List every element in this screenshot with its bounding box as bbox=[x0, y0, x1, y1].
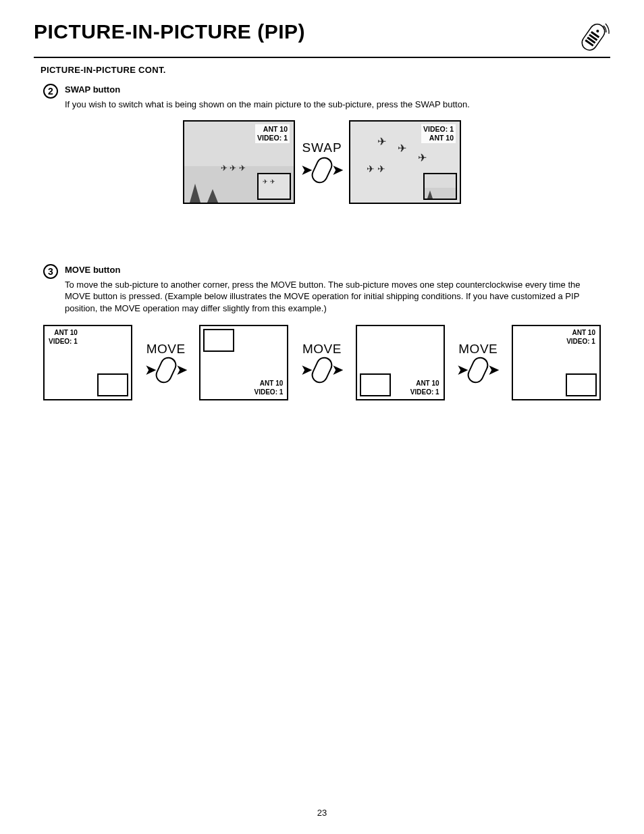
tv-after-swap: VIDEO: 1 ANT 10 ✈ ✈ ✈ ✈ ✈ bbox=[349, 120, 461, 204]
move-body-text: To move the sub-picture to another corne… bbox=[65, 279, 601, 315]
move-label-3: MOVE bbox=[458, 342, 498, 357]
title-rule bbox=[34, 57, 610, 58]
pip-move-2 bbox=[203, 329, 234, 352]
osd-move-3: ANT 10 VIDEO: 1 bbox=[410, 380, 439, 396]
move-label-2: MOVE bbox=[302, 342, 342, 357]
arrow-right-icon: ➤ bbox=[331, 163, 344, 178]
step-number-3: 3 bbox=[43, 264, 58, 279]
osd-left-line2: VIDEO: 1 bbox=[257, 134, 288, 142]
osd-move-2: ANT 10 VIDEO: 1 bbox=[254, 380, 284, 396]
arrow-right-icon: ➤ bbox=[487, 363, 500, 377]
swap-button-heading: SWAP button bbox=[65, 84, 120, 95]
swap-body-text: If you wish to switch what is being show… bbox=[65, 99, 601, 111]
move-tv-1: ANT 10 VIDEO: 1 bbox=[43, 325, 132, 400]
pip-right bbox=[423, 173, 457, 200]
swap-label: SWAP bbox=[302, 140, 342, 155]
move-tv-4: ANT 10 VIDEO: 1 bbox=[512, 325, 601, 400]
arrow-right-icon: ➤ bbox=[176, 363, 188, 377]
pip-move-3 bbox=[360, 373, 391, 396]
move-tv-2: ANT 10 VIDEO: 1 bbox=[199, 325, 288, 400]
osd-move-4: ANT 10 VIDEO: 1 bbox=[566, 329, 595, 346]
tv-before-swap: ANT 10 VIDEO: 1 ✈ ✈ ✈ ✈ ✈ bbox=[183, 120, 295, 204]
osd-right-line1: VIDEO: 1 bbox=[423, 125, 454, 133]
page-number: 23 bbox=[0, 808, 644, 818]
osd-left-line1: ANT 10 bbox=[263, 125, 288, 133]
arrow-right-icon: ➤ bbox=[144, 363, 157, 377]
move-diagram: ANT 10 VIDEO: 1 MOVE ➤ ➤ ANT 10 VIDEO: 1… bbox=[43, 325, 601, 400]
section-cont-subhead: PICTURE-IN-PICTURE CONT. bbox=[41, 65, 610, 75]
move-button-heading: MOVE button bbox=[65, 265, 120, 275]
pip-left: ✈ ✈ bbox=[257, 173, 291, 200]
page-title: PICTURE-IN-PICTURE (PIP) bbox=[34, 20, 305, 43]
step-number-2: 2 bbox=[43, 84, 58, 99]
pip-move-4 bbox=[566, 373, 597, 396]
osd-move-1: ANT 10 VIDEO: 1 bbox=[49, 329, 78, 346]
move-label-1: MOVE bbox=[146, 342, 186, 357]
arrow-right-icon: ➤ bbox=[331, 363, 344, 377]
pip-move-1 bbox=[97, 373, 128, 396]
swap-diagram: ANT 10 VIDEO: 1 ✈ ✈ ✈ ✈ ✈ SWAP ➤ ➤ VIDEO… bbox=[43, 120, 601, 204]
move-tv-3: ANT 10 VIDEO: 1 bbox=[356, 325, 445, 400]
remote-icon bbox=[576, 20, 610, 54]
osd-right: VIDEO: 1 ANT 10 bbox=[421, 124, 456, 143]
osd-left: ANT 10 VIDEO: 1 bbox=[255, 124, 290, 143]
osd-right-line2: ANT 10 bbox=[429, 134, 454, 142]
